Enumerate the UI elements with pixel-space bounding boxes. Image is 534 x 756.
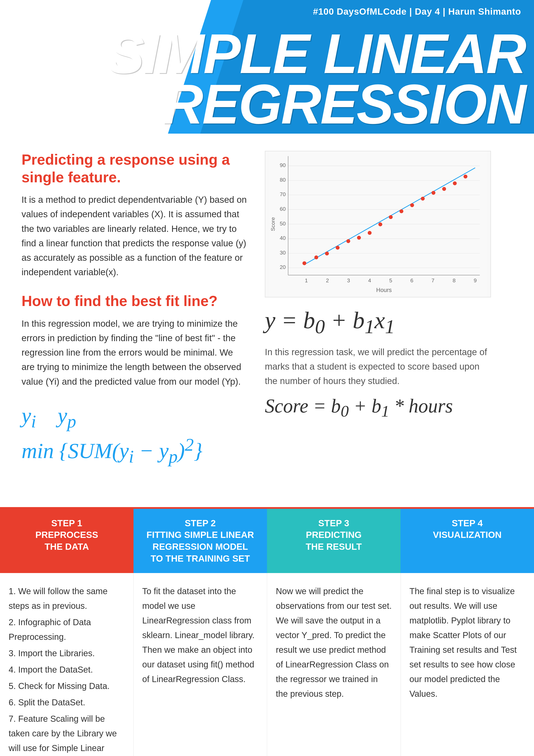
svg-text:Hours: Hours — [376, 287, 392, 293]
svg-point-46 — [464, 175, 468, 178]
bestfit-text: In this regression model, we are trying … — [21, 316, 248, 389]
step2-body: To fit the dataset into the model we use… — [134, 573, 267, 756]
predicting-text: It is a method to predict dependentvaria… — [21, 192, 248, 279]
svg-point-38 — [378, 222, 382, 226]
svg-text:40: 40 — [280, 235, 286, 241]
svg-point-39 — [389, 215, 393, 219]
svg-point-41 — [410, 203, 414, 207]
left-column: Predicting a response using a single fea… — [21, 151, 248, 481]
right-description: In this regression task, we will predict… — [265, 345, 491, 388]
steps-section: STEP 1PREPROCESSTHE DATA STEP 2FITTING S… — [0, 507, 534, 756]
svg-point-43 — [431, 191, 435, 195]
main-content: Predicting a response using a single fea… — [0, 134, 534, 494]
chart-svg: 20 30 40 50 60 70 80 90 Score 1 2 3 4 5 … — [265, 151, 491, 297]
svg-point-31 — [302, 261, 306, 265]
formula-min: min {SUM(yi − yp)2} — [21, 433, 248, 468]
svg-text:20: 20 — [280, 264, 286, 270]
score-formula: Score = b0 + b1 * hours — [265, 395, 491, 420]
svg-point-37 — [368, 231, 372, 235]
step3-header: STEP 3PREDICTINGTHE RESULT — [267, 509, 400, 573]
svg-point-45 — [453, 181, 457, 185]
svg-text:1: 1 — [305, 278, 308, 284]
step4-header: STEP 4VISUALIZATION — [400, 509, 534, 573]
title-line2: REGRESSION — [163, 73, 525, 134]
step2-header: STEP 2FITTING SIMPLE LINEARREGRESSION MO… — [134, 509, 267, 573]
svg-text:4: 4 — [368, 278, 371, 284]
formula-yi-yp: yi yp — [21, 402, 248, 433]
header-hashtag: #100 DaysOfMLCode | Day 4 | Harun Shiman… — [313, 7, 521, 17]
svg-text:60: 60 — [280, 206, 286, 212]
svg-point-32 — [314, 256, 318, 259]
main-equation: y = b0 + b1x1 — [265, 306, 491, 338]
svg-point-34 — [336, 246, 340, 250]
svg-point-33 — [325, 252, 329, 256]
svg-text:2: 2 — [326, 278, 329, 284]
steps-header: STEP 1PREPROCESSTHE DATA STEP 2FITTING S… — [0, 509, 534, 573]
svg-text:3: 3 — [347, 278, 350, 284]
svg-text:30: 30 — [280, 250, 286, 256]
svg-text:80: 80 — [280, 177, 286, 183]
svg-point-35 — [346, 239, 350, 243]
svg-point-36 — [357, 236, 361, 240]
svg-text:Score: Score — [270, 217, 276, 231]
svg-text:70: 70 — [280, 191, 286, 197]
svg-text:6: 6 — [410, 278, 414, 284]
predicting-title: Predicting a response using a single fea… — [21, 151, 248, 186]
steps-body: 1. We will follow the same steps as in p… — [0, 573, 534, 756]
header: #100 DaysOfMLCode | Day 4 | Harun Shiman… — [0, 0, 534, 134]
svg-point-44 — [442, 187, 446, 191]
svg-text:8: 8 — [453, 278, 456, 284]
formula-section: yi yp min {SUM(yi − yp)2} — [21, 402, 248, 468]
step3-body: Now we will predict the observations fro… — [267, 573, 401, 756]
bestfit-title: How to find the best fit line? — [21, 292, 248, 310]
step4-body: The final step is to visualize out resul… — [401, 573, 534, 756]
main-title: SIMPLE LINEAR REGRESSION — [107, 28, 525, 129]
scatter-plot: 20 30 40 50 60 70 80 90 Score 1 2 3 4 5 … — [265, 151, 491, 297]
step1-body: 1. We will follow the same steps as in p… — [0, 573, 134, 756]
svg-text:7: 7 — [431, 278, 435, 284]
svg-text:50: 50 — [280, 221, 286, 227]
svg-text:9: 9 — [474, 278, 477, 284]
svg-text:5: 5 — [389, 278, 392, 284]
svg-text:90: 90 — [280, 162, 286, 168]
right-column: 20 30 40 50 60 70 80 90 Score 1 2 3 4 5 … — [265, 151, 491, 481]
step1-header: STEP 1PREPROCESSTHE DATA — [0, 509, 134, 573]
svg-point-40 — [399, 209, 403, 213]
svg-point-42 — [421, 197, 425, 201]
